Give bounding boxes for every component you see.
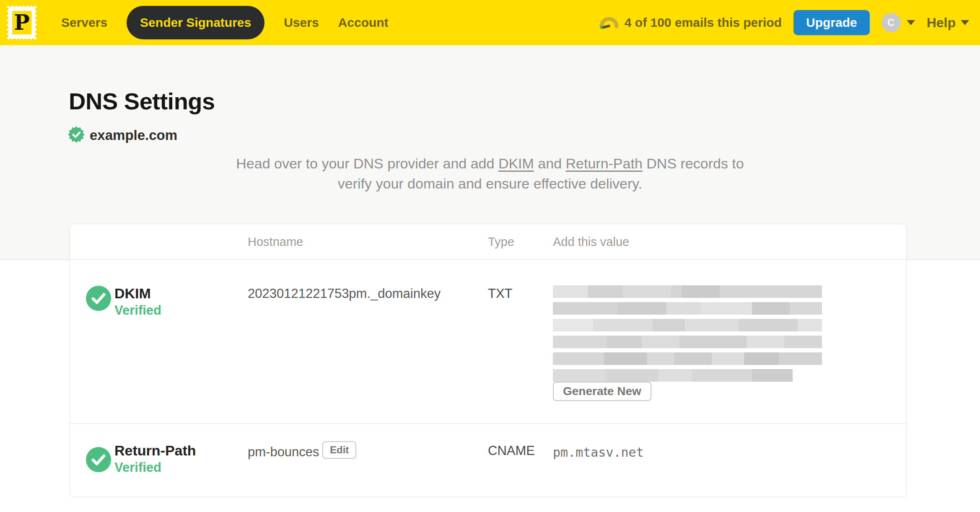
top-navigation: P Servers Sender Signatures Users Accoun… — [0, 0, 980, 45]
nav-right-group: 4 of 100 emails this period Upgrade C He… — [599, 10, 969, 35]
record-name: Return-Path — [114, 442, 196, 459]
help-menu[interactable]: Help — [927, 15, 969, 31]
record-name: DKIM — [114, 285, 151, 302]
generate-new-button[interactable]: Generate New — [553, 382, 651, 401]
edit-hostname-button[interactable]: Edit — [322, 441, 356, 459]
intro-before: Head over to your DNS provider and add — [236, 155, 498, 171]
record-hostname: 20230121221753pm._domainkey — [248, 286, 441, 301]
nav-item-servers[interactable]: Servers — [61, 16, 107, 30]
record-status: Verified — [114, 303, 161, 318]
column-header-hostname: Hostname — [248, 224, 303, 259]
record-type: TXT — [488, 286, 513, 301]
record-hostname: pm-bounces — [248, 445, 319, 460]
help-label: Help — [927, 15, 956, 31]
verified-seal-icon — [68, 126, 85, 145]
return-path-link[interactable]: Return-Path — [566, 155, 643, 171]
primary-nav: Servers Sender Signatures Users Account — [61, 6, 389, 39]
nav-item-users[interactable]: Users — [284, 16, 319, 30]
redacted-value-line — [553, 336, 822, 348]
usage-text: 4 of 100 emails this period — [625, 16, 782, 30]
column-header-type: Type — [488, 224, 514, 259]
nav-item-sender-signatures-active[interactable]: Sender Signatures — [127, 6, 264, 39]
dns-records-card: Hostname Type Add this value DKIM Verifi… — [70, 224, 907, 497]
redacted-dkim-value — [553, 285, 822, 386]
postmark-logo[interactable]: P — [7, 5, 37, 40]
svg-text:P: P — [14, 10, 30, 35]
chevron-down-icon — [961, 20, 969, 25]
chevron-down-icon — [907, 20, 915, 25]
nav-item-account[interactable]: Account — [338, 16, 389, 30]
avatar[interactable]: C — [881, 13, 901, 32]
redacted-value-line — [553, 302, 822, 315]
redacted-value-line — [553, 352, 822, 365]
table-header: Hostname Type Add this value — [70, 224, 906, 260]
verified-domain: example.com — [68, 126, 177, 145]
upgrade-button[interactable]: Upgrade — [793, 10, 870, 35]
record-type: CNAME — [488, 443, 535, 458]
usage-meter: 4 of 100 emails this period — [599, 14, 782, 31]
gauge-icon — [599, 14, 619, 31]
dkim-link[interactable]: DKIM — [498, 155, 534, 171]
verified-check-icon — [86, 286, 111, 311]
record-status: Verified — [114, 460, 161, 475]
account-menu[interactable]: C — [881, 13, 915, 32]
row-divider — [70, 423, 906, 424]
redacted-value-line — [553, 285, 822, 298]
column-header-value: Add this value — [553, 224, 629, 259]
redacted-value-line — [553, 369, 793, 382]
intro-middle: and — [534, 155, 566, 171]
page-title: DNS Settings — [69, 89, 215, 114]
verified-check-icon — [86, 447, 111, 472]
intro-text: Head over to your DNS provider and add D… — [218, 153, 762, 194]
redacted-value-line — [553, 319, 822, 331]
domain-name: example.com — [90, 127, 177, 143]
record-value: pm.mtasv.net — [553, 445, 644, 460]
